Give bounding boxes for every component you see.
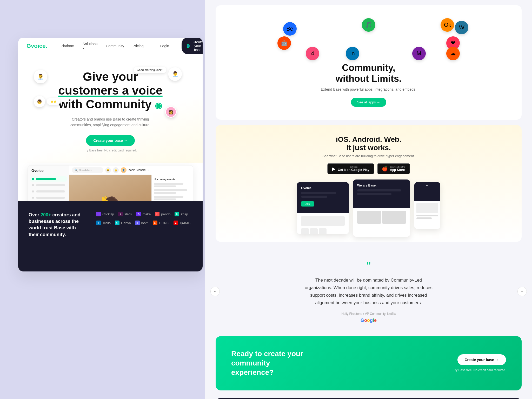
app-store-button[interactable]: 🍎 Download on the App Store xyxy=(377,163,410,174)
nav-pricing[interactable]: Pricing xyxy=(132,44,144,48)
topbar-chevron-icon[interactable]: ▾ xyxy=(148,169,149,171)
float-avatar-3: 👦 xyxy=(34,96,45,107)
left-panel: Gvoice. Platform Solutions Community Pri… xyxy=(18,38,203,271)
nav-arrow-right[interactable]: → xyxy=(517,287,527,296)
brand-canva: C Canva xyxy=(115,221,131,225)
brand-img: ▶ 1▶IMG xyxy=(174,221,191,225)
brand-gong: G GONG xyxy=(153,221,169,225)
events-title: Upcoming events xyxy=(154,178,191,181)
app-search-box[interactable]: 🔍 Search here... xyxy=(72,167,103,173)
community-section: 🎵 Be Ок 🤖 W ❤ 4 in M ☁ Community,without… xyxy=(216,5,522,120)
brand-pendo: P pendo xyxy=(155,212,170,216)
navbar: Gvoice. Platform Solutions Community Pri… xyxy=(18,38,203,54)
topbar-smiley-icon[interactable]: 😊 xyxy=(105,167,111,173)
dark-text: Over 200+ creators and businesses across… xyxy=(29,212,86,240)
sidebar-item-4[interactable] xyxy=(30,195,67,200)
linkedin-icon: in xyxy=(346,47,359,60)
float-bubble-greeting: Good morning Jack ! xyxy=(134,67,167,73)
odnoklassniki-icon: Ок xyxy=(441,18,454,32)
brand-clickup: C ClickUp xyxy=(96,212,114,216)
sidebar-item-1[interactable] xyxy=(30,176,67,182)
nav-platform[interactable]: Platform xyxy=(61,44,74,48)
testimonial-section: ← → " The next decade will be dominated … xyxy=(205,247,532,336)
soundcloud-icon: ☁ xyxy=(446,47,460,60)
reddit-icon: 🤖 xyxy=(277,36,291,50)
nav-arrow-left[interactable]: ← xyxy=(210,287,220,296)
brand-krisp: K krisp xyxy=(175,212,188,216)
hero-cta-button[interactable]: Create your base → xyxy=(86,135,135,146)
cta-note: Try Base free. No credit card required. xyxy=(453,368,506,372)
dark-bottom-section: Over 200+ creators and businesses across… xyxy=(18,201,203,271)
dark-trust-text: Over 200+ creators and businesses across… xyxy=(29,212,86,238)
google-play-icon: ▶ xyxy=(332,166,336,172)
float-bubble-stars: ⭐⭐ xyxy=(47,98,60,105)
metro-icon: M xyxy=(412,47,426,60)
topbar-bell-icon[interactable]: 🔔 xyxy=(113,167,119,173)
apple-icon: 🍎 xyxy=(382,166,388,172)
testimonial-text: The next decade will be dominated by Com… xyxy=(304,277,434,307)
quote-mark: " xyxy=(226,260,511,272)
app-topbar: 🔍 Search here... 😊 🔔 👤 Kaelri Leonard ▾ xyxy=(69,165,151,175)
wordpress-icon: W xyxy=(455,21,468,34)
brand-trello: T Trello xyxy=(96,221,111,225)
float-avatar-2: 👨‍💼 xyxy=(168,67,182,81)
nav-cta-icon: 👤 xyxy=(187,44,190,48)
brand-slack: # slack xyxy=(118,212,132,216)
behance-icon: Be xyxy=(283,22,297,36)
see-all-apps-button[interactable]: See all apps → xyxy=(351,98,386,107)
foursquare-icon: 4 xyxy=(306,47,319,60)
topbar-username: Kaelri Leonard xyxy=(129,169,145,171)
spotify-icon: 🎵 xyxy=(362,18,375,32)
event-item-2 xyxy=(154,189,191,194)
screen-card-1: Gvoice Join xyxy=(297,182,349,234)
google-play-button[interactable]: ▶ Get it on Get it on Google Play xyxy=(327,163,374,174)
app-preview-subtitle: See what Base users are building to driv… xyxy=(226,154,511,158)
brand-loom: ⚙ loom xyxy=(135,221,149,225)
sidebar-item-2[interactable] xyxy=(30,183,67,188)
nav-community[interactable]: Community xyxy=(106,44,124,48)
nav-logo: Gvoice. xyxy=(26,43,47,49)
cta-title: Ready to create your community experienc… xyxy=(231,349,304,377)
hero-subtitle: Creators and brands use Base to create t… xyxy=(61,116,160,128)
topbar-avatar[interactable]: 👤 xyxy=(121,167,127,173)
event-item-3 xyxy=(154,196,191,200)
brand-logos-grid: C ClickUp # slack ⚙ make P pendo K krisp… xyxy=(96,212,192,225)
sidebar-item-3[interactable] xyxy=(30,189,67,194)
screen-card-2: We are Base. xyxy=(353,179,410,237)
right-panel: 🎵 Be Ок 🤖 W ❤ 4 in M ☁ Community,without… xyxy=(205,0,532,399)
app-preview-title: iOS. Android. Web. It just works. xyxy=(226,135,511,152)
nav-solutions[interactable]: Solutions xyxy=(83,42,98,50)
brand-make: ⚙ make xyxy=(136,212,151,216)
float-avatar-1: 👨‍💼 xyxy=(34,70,47,83)
testimonial-author: Holly Firestone / VP Community, Netflix xyxy=(226,312,511,316)
community-subtitle: Extend Base with powerful apps, integrat… xyxy=(226,87,511,91)
nav-login[interactable]: Login xyxy=(160,44,169,48)
nav-cta-button[interactable]: 👤 Create your base xyxy=(182,38,203,54)
hero-title: Give your customers a voice with Communi… xyxy=(43,70,178,111)
hero-section: 👨‍💼 👨‍💼 Good morning Jack ! 👦 ⭐⭐ 👩 Give … xyxy=(18,54,203,163)
cta-section: Ready to create your community experienc… xyxy=(216,336,522,390)
community-title: Community,without Limits. xyxy=(226,62,511,84)
hero-note: Try Base free. No credit card required. xyxy=(26,149,194,152)
search-icon: 🔍 xyxy=(75,169,78,171)
cta-right: Create your base → Try Base free. No cre… xyxy=(453,354,506,372)
app-preview-section: iOS. Android. Web. It just works. See wh… xyxy=(216,125,522,242)
event-item-1 xyxy=(154,183,191,187)
float-avatar-4: 👩 xyxy=(165,106,177,118)
screen-card-3: G. xyxy=(414,182,440,229)
testimonial-company: Google xyxy=(226,318,511,323)
app-screens-container: Gvoice Join We are Base. xyxy=(231,182,506,242)
app-sidebar-logo: Gvoice xyxy=(30,169,67,173)
cta-create-button[interactable]: Create your base → xyxy=(457,354,506,365)
